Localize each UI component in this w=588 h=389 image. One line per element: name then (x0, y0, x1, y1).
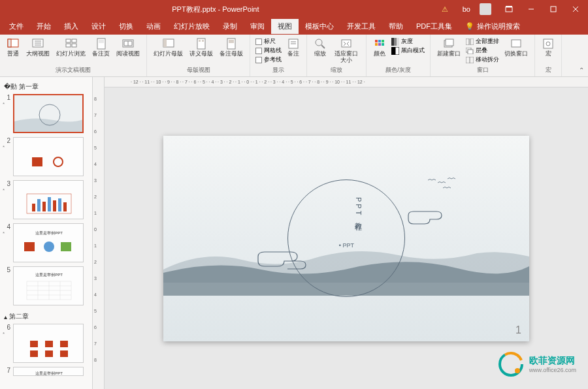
slide-thumb-3[interactable] (13, 180, 84, 219)
thumb-row-2[interactable]: 2* (3, 137, 90, 176)
svg-rect-15 (72, 44, 76, 47)
macros-button[interactable]: 宏 (539, 36, 557, 59)
page-number: 1 (515, 324, 521, 336)
maximize-icon[interactable] (544, 0, 563, 18)
slide-thumb-7[interactable]: 这里是举例PPT (13, 367, 84, 376)
notes-master-button[interactable]: 备注母版 (217, 36, 246, 59)
switch-windows-button[interactable]: 切换窗口 (502, 36, 531, 59)
menu-item-2[interactable]: 插入 (57, 19, 85, 34)
thumb-row-7[interactable]: 7 这里是举例PPT (3, 367, 90, 376)
svg-point-29 (316, 39, 322, 46)
slide-thumb-1[interactable] (13, 94, 84, 133)
slide-subtitle[interactable]: • PPT (339, 242, 354, 249)
slide-thumb-4[interactable]: 这里是举例PPT (13, 223, 84, 262)
menu-item-5[interactable]: 动画 (140, 19, 167, 34)
thumb-row-3[interactable]: 3* (3, 180, 90, 219)
section-header-2[interactable]: ▴ 第二章 (3, 309, 90, 324)
editor: 87654321012345678 · 12 ·· 11 ·· 10 ·· 9 … (93, 77, 588, 389)
thumb-row-6[interactable]: 6* (3, 324, 90, 363)
notes-button[interactable]: 备注 (284, 36, 302, 59)
reading-view-button[interactable]: 阅读视图 (114, 36, 142, 59)
menu-item-4[interactable]: 切换 (112, 19, 140, 34)
thumb-row-1[interactable]: 1* (3, 94, 90, 133)
slide-thumb-5[interactable]: 这里是举例PPT (13, 266, 84, 305)
watermark-logo-icon (498, 351, 524, 377)
menu-item-13[interactable]: PDF工具集 (410, 19, 459, 34)
slide-thumb-6[interactable] (13, 324, 84, 363)
slide-thumb-2[interactable] (13, 137, 84, 176)
notes-page-button[interactable]: 备注页 (90, 36, 112, 59)
slide-sorter-button[interactable]: 幻灯片浏览 (54, 36, 88, 59)
menu-item-1[interactable]: 开始 (30, 19, 57, 34)
slide-master-button[interactable]: 幻灯片母版 (151, 36, 186, 59)
menu-item-8[interactable]: 审阅 (244, 19, 271, 34)
svg-rect-40 (397, 38, 399, 46)
gridlines-checkbox[interactable]: 网格线 (255, 46, 282, 55)
svg-rect-70 (24, 242, 35, 251)
new-window-button[interactable]: 新建窗口 (434, 36, 463, 59)
menu-item-7[interactable]: 录制 (216, 19, 244, 34)
slide-panel[interactable]: �動 第一章 1* 2* 3* 4* 这里是举例PP (0, 77, 93, 389)
svg-rect-84 (45, 341, 53, 347)
collapse-ribbon-icon[interactable]: ⌃ (579, 67, 584, 74)
arrange-all-button[interactable]: 全部重排 (466, 37, 499, 46)
menu-item-0[interactable]: 文件 (3, 19, 30, 34)
color-button[interactable]: 颜色 (370, 36, 389, 59)
horizontal-ruler[interactable]: · 12 ·· 11 ·· 10 ·· 9 ·· 8 ·· 7 ·· 6 ·· … (105, 77, 588, 87)
move-split-button[interactable]: 移动拆分 (466, 55, 499, 64)
slide-canvas[interactable]: PPT教程 • PPT (163, 136, 529, 341)
menu-item-11[interactable]: 开发工具 (340, 19, 382, 34)
svg-rect-72 (61, 242, 71, 251)
vertical-ruler[interactable]: 87654321012345678 (93, 77, 105, 389)
svg-rect-21 (197, 39, 205, 49)
svg-rect-65 (53, 200, 56, 211)
blackwhite-button[interactable]: 黑白模式 (391, 46, 425, 55)
canvas-area[interactable]: PPT教程 • PPT (105, 87, 588, 389)
minimize-icon[interactable] (521, 0, 541, 18)
outline-view-button[interactable]: 大纲视图 (24, 36, 52, 59)
normal-view-button[interactable]: 普通 (4, 36, 22, 59)
chevron-down-icon: �動 (4, 82, 17, 91)
ribbon-group-master-views: 幻灯片母版 讲义母版 备注母版 母版视图 (147, 35, 250, 76)
svg-rect-38 (391, 38, 394, 46)
fit-to-window-button[interactable]: 适应窗口大小 (331, 36, 362, 65)
svg-rect-67 (63, 202, 67, 211)
ribbon-display-options-icon[interactable] (499, 0, 519, 18)
menu-item-3[interactable]: 设计 (85, 19, 112, 34)
svg-rect-45 (466, 39, 469, 45)
window-title: PPT教程.pptx - PowerPoint (0, 5, 431, 14)
menu-item-12[interactable]: 帮助 (382, 19, 410, 34)
cloud-decoration-1 (255, 247, 307, 273)
tell-me-search[interactable]: 💡 操作说明搜索 (465, 22, 520, 31)
svg-rect-17 (99, 40, 104, 43)
ruler-checkbox[interactable]: 标尺 (255, 37, 282, 46)
chevron-down-icon: ▴ (4, 313, 7, 320)
svg-rect-39 (394, 38, 397, 46)
titlebar: PPT教程.pptx - PowerPoint ⚠ bo (0, 0, 588, 18)
ribbon-group-zoom: 缩放 适应窗口大小 缩放 (307, 35, 367, 76)
thumb-row-4[interactable]: 4* 这里是举例PPT (3, 223, 90, 262)
menu-item-9[interactable]: 视图 (271, 19, 299, 34)
zoom-button[interactable]: 缩放 (311, 36, 329, 59)
svg-rect-35 (375, 43, 378, 46)
menu-item-10[interactable]: 模板中心 (299, 19, 340, 34)
handout-master-button[interactable]: 讲义母版 (187, 36, 216, 59)
menu-item-6[interactable]: 幻灯片放映 (167, 19, 216, 34)
svg-rect-41 (391, 47, 395, 55)
watermark-url: www.office26.com (529, 367, 576, 373)
close-icon[interactable] (566, 0, 585, 18)
guides-checkbox[interactable]: 参考线 (255, 55, 282, 64)
svg-text:这里是举例PPT: 这里是举例PPT (35, 230, 63, 235)
cascade-button[interactable]: 层叠 (466, 46, 499, 55)
svg-rect-25 (229, 40, 234, 43)
user-area[interactable]: ⚠ bo (431, 0, 497, 19)
ribbon-group-presentation-views: 普通 大纲视图 幻灯片浏览 备注页 阅读视图 演示文稿视图 (0, 35, 147, 76)
birds-decoration (425, 175, 464, 194)
watermark: 欧菲资源网 www.office26.com (498, 351, 576, 377)
grayscale-button[interactable]: 灰度 (391, 37, 425, 46)
cloud-decoration-2 (405, 208, 451, 227)
svg-rect-51 (512, 40, 521, 47)
section-header-1[interactable]: �動 第一章 (3, 80, 90, 94)
slide-title[interactable]: PPT教程 (353, 197, 363, 221)
thumb-row-5[interactable]: 5 这里是举例PPT (3, 266, 90, 305)
